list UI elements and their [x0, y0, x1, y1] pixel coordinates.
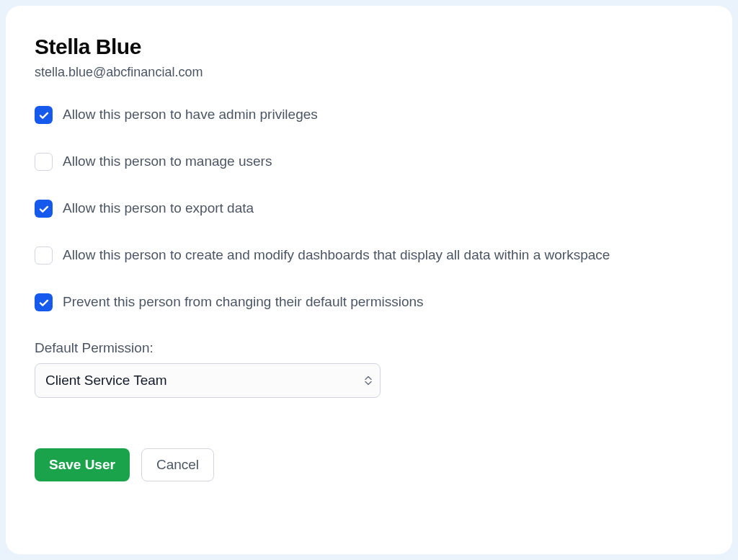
permission-row-manage-users: Allow this person to manage users [35, 153, 703, 171]
user-edit-card: Stella Blue stella.blue@abcfinancial.com… [6, 6, 732, 554]
checkbox-label-manage-users: Allow this person to manage users [63, 153, 272, 171]
action-buttons: Save User Cancel [35, 448, 703, 481]
checkbox-export-data[interactable] [35, 200, 53, 218]
checkbox-label-prevent-change: Prevent this person from changing their … [63, 293, 424, 311]
checkbox-admin-privileges[interactable] [35, 106, 53, 124]
checkbox-label-admin: Allow this person to have admin privileg… [63, 106, 318, 124]
default-permission-select-wrap: Client Service Team [35, 363, 381, 398]
checkbox-prevent-change[interactable] [35, 293, 53, 311]
user-name-heading: Stella Blue [35, 35, 703, 59]
default-permission-select[interactable]: Client Service Team [35, 363, 381, 398]
checkbox-label-dashboards: Allow this person to create and modify d… [63, 246, 610, 265]
default-permission-label: Default Permission: [35, 340, 703, 356]
permission-row-export-data: Allow this person to export data [35, 200, 703, 218]
cancel-button[interactable]: Cancel [141, 448, 214, 481]
check-icon [38, 297, 50, 308]
permission-row-dashboards: Allow this person to create and modify d… [35, 246, 703, 265]
check-icon [38, 203, 50, 215]
checkbox-label-export-data: Allow this person to export data [63, 200, 254, 218]
save-user-button[interactable]: Save User [35, 448, 130, 481]
default-permission-value: Client Service Team [45, 373, 167, 388]
check-icon [38, 110, 50, 121]
user-email: stella.blue@abcfinancial.com [35, 65, 703, 80]
checkbox-dashboards[interactable] [35, 246, 53, 265]
checkbox-manage-users[interactable] [35, 153, 53, 171]
permission-row-admin: Allow this person to have admin privileg… [35, 106, 703, 124]
permission-row-prevent-change: Prevent this person from changing their … [35, 293, 703, 311]
